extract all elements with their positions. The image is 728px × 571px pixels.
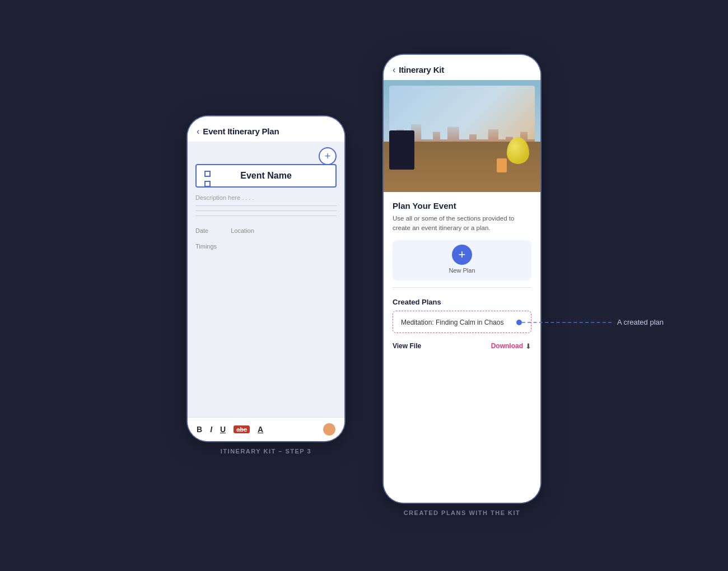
- plan-description: Use all or some of the sections provided…: [393, 214, 531, 233]
- color-picker-dot[interactable]: [323, 423, 335, 436]
- plan-item-name: Meditation: Finding Calm in Chaos: [401, 319, 503, 326]
- right-phone-title: Itinerary Kit: [399, 65, 444, 74]
- desc-line-2: [195, 210, 337, 211]
- created-plans-header: Created Plans: [384, 298, 540, 306]
- download-button[interactable]: Download: [491, 342, 523, 350]
- formatting-toolbar: B I U abc A: [188, 417, 344, 441]
- back-arrow-icon[interactable]: ‹: [197, 127, 199, 136]
- right-back-arrow-icon[interactable]: ‹: [393, 65, 395, 74]
- underline-a-button[interactable]: A: [258, 425, 263, 434]
- desc-line-1: [195, 205, 337, 206]
- right-caption: CREATED PLANS WITH THE KIT: [404, 509, 521, 516]
- desc-line-3: [195, 216, 337, 216]
- description-area: Description here . . . .: [195, 194, 337, 221]
- left-phone: ‹ Event Itinerary Plan + Event Name D: [188, 116, 344, 441]
- monitor-icon: [389, 130, 414, 170]
- strikethrough-button[interactable]: abc: [234, 425, 250, 433]
- description-placeholder[interactable]: Description here . . . .: [195, 194, 254, 201]
- right-phone-header: ‹ Itinerary Kit: [384, 55, 540, 80]
- kit-content: Plan Your Event Use all or some of the s…: [384, 192, 540, 298]
- annotation-dot: [516, 320, 522, 325]
- section-divider: [393, 287, 531, 288]
- plan-item[interactable]: Meditation: Finding Calm in Chaos: [393, 311, 531, 333]
- underline-button[interactable]: U: [220, 425, 226, 434]
- left-caption: ITINERARY KIT – STEP 3: [221, 448, 311, 455]
- date-label[interactable]: Date: [195, 227, 208, 234]
- download-icon: ⬇: [525, 342, 531, 350]
- italic-button[interactable]: I: [210, 425, 212, 434]
- scene: ‹ Event Itinerary Plan + Event Name D: [154, 32, 574, 539]
- new-plan-label: New Plan: [449, 267, 475, 274]
- timings-label[interactable]: Timings: [195, 243, 337, 250]
- bold-button[interactable]: B: [197, 425, 202, 434]
- event-name-box[interactable]: Event Name: [195, 164, 337, 188]
- new-plan-button[interactable]: +: [452, 245, 472, 265]
- right-column: ‹ Itinerary Kit Plan Your Event Use all …: [384, 55, 540, 516]
- kit-hero-image: [384, 80, 540, 192]
- plan-actions: View File Download ⬇: [384, 339, 540, 357]
- desc-first-line: Description here . . . .: [195, 194, 337, 201]
- right-phone-body: Plan Your Event Use all or some of the s…: [384, 192, 540, 503]
- left-phone-body: + Event Name Description here . . . .: [188, 142, 344, 417]
- add-button[interactable]: +: [319, 147, 337, 165]
- event-name-text: Event Name: [204, 171, 328, 181]
- meta-row: Date Location: [195, 227, 337, 234]
- left-column: ‹ Event Itinerary Plan + Event Name D: [188, 116, 344, 455]
- plan-your-event-title: Plan Your Event: [393, 201, 531, 210]
- left-phone-header: ‹ Event Itinerary Plan: [188, 116, 344, 142]
- pencil-cup-icon: [497, 158, 507, 172]
- right-phone: ‹ Itinerary Kit Plan Your Event Use all …: [384, 55, 540, 503]
- location-label[interactable]: Location: [231, 227, 254, 234]
- left-phone-title: Event Itinerary Plan: [203, 127, 279, 136]
- new-plan-area: + New Plan: [393, 240, 531, 280]
- annotation-text: A created plan: [617, 318, 664, 326]
- view-file-button[interactable]: View File: [393, 342, 421, 350]
- annotation: A created plan: [516, 318, 664, 326]
- annotation-line: [522, 322, 612, 323]
- download-area: Download ⬇: [491, 342, 531, 350]
